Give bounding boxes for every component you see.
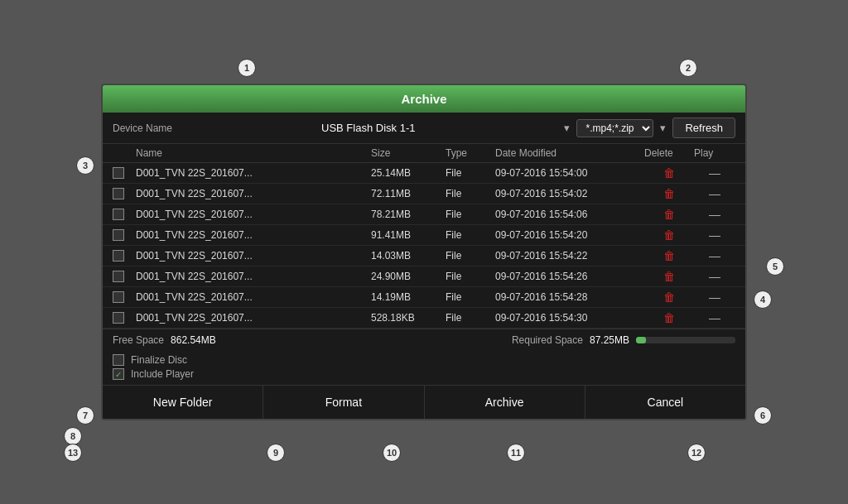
row-play-3[interactable]: —: [694, 228, 735, 242]
row-play-7[interactable]: —: [694, 311, 735, 324]
row-name-1: D001_TVN 22S_201607...: [136, 188, 371, 199]
row-type-1: File: [446, 188, 495, 199]
required-space-value: 87.25MB: [590, 334, 629, 346]
row-checkbox-3[interactable]: [113, 229, 124, 241]
include-player-label: Include Player: [131, 368, 194, 380]
callout-4: 4: [754, 290, 772, 309]
archive-dialog: Archive Device Name USB Flash Disk 1-1 ▾…: [101, 84, 747, 420]
archive-button[interactable]: Archive: [425, 386, 585, 419]
row-size-3: 91.41MB: [371, 229, 446, 241]
table-row: D001_TVN 22S_201607... 78.21MB File 09-0…: [103, 204, 745, 225]
row-type-6: File: [446, 291, 495, 303]
row-date-0: 09-07-2016 15:54:00: [495, 167, 644, 179]
free-space-label: Free Space: [113, 334, 164, 346]
callout-12: 12: [687, 444, 706, 462]
row-name-7: D001_TVN 22S_201607...: [136, 312, 371, 324]
row-type-0: File: [446, 167, 495, 179]
device-row: Device Name USB Flash Disk 1-1 ▾ *.mp4;*…: [103, 113, 745, 144]
row-name-3: D001_TVN 22S_201607...: [136, 229, 371, 241]
row-type-7: File: [446, 312, 495, 324]
table-row: D001_TVN 22S_201607... 14.19MB File 09-0…: [103, 287, 745, 308]
row-play-5[interactable]: —: [694, 270, 735, 283]
row-checkbox-7[interactable]: [113, 312, 124, 324]
row-size-7: 528.18KB: [371, 312, 446, 324]
required-space-label: Required Space: [512, 334, 583, 346]
row-type-2: File: [446, 209, 495, 220]
include-player-checkbox[interactable]: ✓: [113, 368, 124, 380]
callout-7: 7: [76, 406, 94, 425]
cancel-button[interactable]: Cancel: [585, 386, 745, 419]
col-size: Size: [371, 147, 446, 159]
row-delete-6[interactable]: 🗑: [644, 290, 694, 304]
row-date-2: 09-07-2016 15:54:06: [495, 209, 644, 220]
new-folder-button[interactable]: New Folder: [103, 386, 263, 419]
row-play-0[interactable]: —: [694, 166, 735, 180]
row-date-3: 09-07-2016 15:54:20: [495, 229, 644, 241]
row-size-6: 14.19MB: [371, 291, 446, 303]
table-row: D001_TVN 22S_201607... 24.90MB File 09-0…: [103, 266, 745, 287]
col-name: Name: [136, 147, 371, 159]
row-name-2: D001_TVN 22S_201607...: [136, 209, 371, 220]
free-space-section: Free Space 862.54MB: [113, 334, 216, 346]
row-checkbox-5[interactable]: [113, 271, 124, 282]
row-play-1[interactable]: —: [694, 187, 735, 200]
row-date-6: 09-07-2016 15:54:28: [495, 291, 644, 303]
format-filter-dropdown[interactable]: *.mp4;*.zip: [576, 119, 653, 137]
row-type-5: File: [446, 271, 495, 282]
row-date-4: 09-07-2016 15:54:22: [495, 250, 644, 262]
row-delete-4[interactable]: 🗑: [644, 249, 694, 262]
table-header: Name Size Type Date Modified Delete Play: [103, 144, 745, 163]
action-buttons: New Folder Format Archive Cancel: [103, 385, 745, 419]
row-play-2[interactable]: —: [694, 208, 735, 221]
row-delete-7[interactable]: 🗑: [644, 311, 694, 324]
format-button[interactable]: Format: [263, 386, 424, 419]
finalize-disc-checkbox[interactable]: [113, 354, 124, 366]
callout-1: 1: [238, 59, 256, 77]
row-checkbox-2[interactable]: [113, 209, 124, 220]
finalize-disc-label: Finalize Disc: [131, 354, 187, 366]
table-body: D001_TVN 22S_201607... 25.14MB File 09-0…: [103, 163, 745, 329]
row-checkbox-4[interactable]: [113, 250, 124, 262]
row-delete-0[interactable]: 🗑: [644, 166, 694, 180]
include-player-option: ✓ Include Player: [113, 368, 735, 380]
callout-2: 2: [679, 59, 697, 77]
table-row: D001_TVN 22S_201607... 25.14MB File 09-0…: [103, 163, 745, 184]
row-checkbox-0[interactable]: [113, 167, 124, 179]
row-size-0: 25.14MB: [371, 167, 446, 179]
row-date-7: 09-07-2016 15:54:30: [495, 312, 644, 324]
row-play-6[interactable]: —: [694, 290, 735, 304]
row-name-6: D001_TVN 22S_201607...: [136, 291, 371, 303]
callout-6: 6: [754, 406, 772, 425]
col-date: Date Modified: [495, 147, 644, 159]
table-row: D001_TVN 22S_201607... 72.11MB File 09-0…: [103, 184, 745, 204]
table-row: D001_TVN 22S_201607... 14.03MB File 09-0…: [103, 246, 745, 266]
table-row: D001_TVN 22S_201607... 528.18KB File 09-…: [103, 308, 745, 329]
free-space-value: 862.54MB: [171, 334, 216, 346]
row-delete-3[interactable]: 🗑: [644, 228, 694, 242]
row-delete-5[interactable]: 🗑: [644, 270, 694, 283]
row-delete-1[interactable]: 🗑: [644, 187, 694, 200]
required-space-bar: [636, 337, 735, 343]
row-name-0: D001_TVN 22S_201607...: [136, 167, 371, 179]
row-delete-2[interactable]: 🗑: [644, 208, 694, 221]
col-play: Play: [694, 147, 735, 159]
row-type-3: File: [446, 229, 495, 241]
row-size-5: 24.90MB: [371, 271, 446, 282]
refresh-button[interactable]: Refresh: [672, 118, 735, 138]
row-checkbox-1[interactable]: [113, 188, 124, 199]
row-name-4: D001_TVN 22S_201607...: [136, 250, 371, 262]
row-play-4[interactable]: —: [694, 249, 735, 262]
callout-5: 5: [766, 257, 784, 276]
row-size-4: 14.03MB: [371, 250, 446, 262]
row-size-2: 78.21MB: [371, 209, 446, 220]
col-delete: Delete: [644, 147, 694, 159]
options-row: Finalize Disc ✓ Include Player: [103, 351, 745, 385]
callout-9: 9: [267, 444, 285, 462]
device-name-value: USB Flash Disk 1-1: [179, 122, 557, 134]
dropdown-arrow-1: ▾: [564, 122, 570, 134]
dropdown-arrow-2: ▾: [660, 122, 666, 134]
row-checkbox-6[interactable]: [113, 291, 124, 303]
required-space-section: Required Space 87.25MB: [512, 334, 735, 346]
callout-11: 11: [507, 444, 525, 462]
dialog-title: Archive: [103, 85, 745, 113]
